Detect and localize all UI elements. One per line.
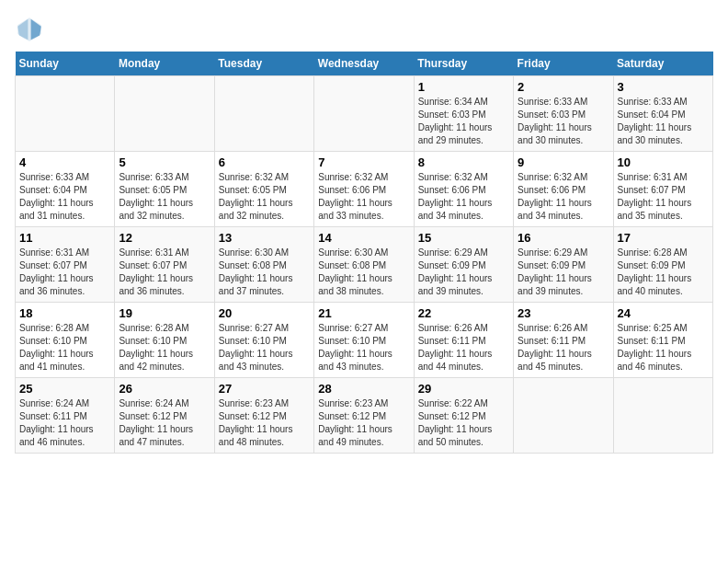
- logo: [15, 15, 48, 44]
- calendar-cell: 11Sunrise: 6:31 AMSunset: 6:07 PMDayligh…: [16, 227, 115, 303]
- day-number: 12: [119, 231, 210, 245]
- day-info: Sunrise: 6:28 AMSunset: 6:10 PMDaylight:…: [119, 322, 210, 373]
- page-header: [15, 15, 713, 44]
- day-number: 22: [418, 306, 509, 320]
- day-info: Sunrise: 6:29 AMSunset: 6:09 PMDaylight:…: [518, 247, 609, 298]
- day-number: 2: [518, 80, 609, 94]
- calendar-cell: 2Sunrise: 6:33 AMSunset: 6:03 PMDaylight…: [514, 76, 613, 152]
- calendar-cell: 1Sunrise: 6:34 AMSunset: 6:03 PMDaylight…: [414, 76, 513, 152]
- day-header-wednesday: Wednesday: [314, 52, 414, 76]
- calendar-cell: 21Sunrise: 6:27 AMSunset: 6:10 PMDayligh…: [314, 303, 414, 378]
- calendar-cell: 27Sunrise: 6:23 AMSunset: 6:12 PMDayligh…: [214, 378, 313, 454]
- day-info: Sunrise: 6:32 AMSunset: 6:05 PMDaylight:…: [219, 171, 310, 223]
- calendar-cell: 10Sunrise: 6:31 AMSunset: 6:07 PMDayligh…: [613, 152, 712, 227]
- day-info: Sunrise: 6:33 AMSunset: 6:04 PMDaylight:…: [618, 96, 709, 147]
- calendar-cell: 26Sunrise: 6:24 AMSunset: 6:12 PMDayligh…: [115, 378, 214, 454]
- day-info: Sunrise: 6:30 AMSunset: 6:08 PMDaylight:…: [219, 247, 310, 298]
- day-info: Sunrise: 6:32 AMSunset: 6:06 PMDaylight:…: [318, 171, 409, 223]
- calendar-cell: 14Sunrise: 6:30 AMSunset: 6:08 PMDayligh…: [314, 227, 414, 303]
- calendar-cell: 19Sunrise: 6:28 AMSunset: 6:10 PMDayligh…: [115, 303, 214, 378]
- day-number: 9: [518, 155, 609, 169]
- calendar-cell: 28Sunrise: 6:23 AMSunset: 6:12 PMDayligh…: [314, 378, 414, 454]
- day-info: Sunrise: 6:24 AMSunset: 6:12 PMDaylight:…: [119, 397, 210, 449]
- day-number: 6: [219, 155, 310, 169]
- calendar-cell: [613, 378, 712, 454]
- day-number: 4: [19, 155, 110, 169]
- day-info: Sunrise: 6:25 AMSunset: 6:11 PMDaylight:…: [618, 322, 709, 373]
- calendar-cell: [214, 76, 313, 152]
- day-number: 15: [418, 231, 509, 245]
- week-row-2: 4Sunrise: 6:33 AMSunset: 6:04 PMDaylight…: [16, 152, 713, 227]
- day-header-friday: Friday: [514, 52, 613, 76]
- calendar-cell: 20Sunrise: 6:27 AMSunset: 6:10 PMDayligh…: [214, 303, 313, 378]
- day-info: Sunrise: 6:24 AMSunset: 6:11 PMDaylight:…: [19, 397, 110, 449]
- day-number: 17: [618, 231, 709, 245]
- calendar-cell: 13Sunrise: 6:30 AMSunset: 6:08 PMDayligh…: [214, 227, 313, 303]
- week-row-3: 11Sunrise: 6:31 AMSunset: 6:07 PMDayligh…: [16, 227, 713, 303]
- day-info: Sunrise: 6:31 AMSunset: 6:07 PMDaylight:…: [119, 247, 210, 298]
- day-header-sunday: Sunday: [16, 52, 115, 76]
- day-number: 20: [219, 306, 310, 320]
- day-info: Sunrise: 6:29 AMSunset: 6:09 PMDaylight:…: [418, 247, 509, 298]
- day-number: 24: [618, 306, 709, 320]
- calendar-cell: 12Sunrise: 6:31 AMSunset: 6:07 PMDayligh…: [115, 227, 214, 303]
- day-number: 3: [618, 80, 709, 94]
- week-row-5: 25Sunrise: 6:24 AMSunset: 6:11 PMDayligh…: [16, 378, 713, 454]
- day-number: 5: [119, 155, 210, 169]
- day-header-tuesday: Tuesday: [214, 52, 313, 76]
- calendar-cell: 24Sunrise: 6:25 AMSunset: 6:11 PMDayligh…: [613, 303, 712, 378]
- day-info: Sunrise: 6:23 AMSunset: 6:12 PMDaylight:…: [318, 397, 409, 449]
- day-header-thursday: Thursday: [414, 52, 513, 76]
- day-header-monday: Monday: [115, 52, 214, 76]
- header-row: SundayMondayTuesdayWednesdayThursdayFrid…: [16, 52, 713, 76]
- calendar-cell: 16Sunrise: 6:29 AMSunset: 6:09 PMDayligh…: [514, 227, 613, 303]
- calendar-cell: [16, 76, 115, 152]
- day-number: 28: [318, 382, 409, 396]
- day-info: Sunrise: 6:32 AMSunset: 6:06 PMDaylight:…: [518, 171, 609, 223]
- calendar-cell: [115, 76, 214, 152]
- day-number: 26: [119, 382, 210, 396]
- calendar-cell: 4Sunrise: 6:33 AMSunset: 6:04 PMDaylight…: [16, 152, 115, 227]
- day-info: Sunrise: 6:28 AMSunset: 6:10 PMDaylight:…: [19, 322, 110, 373]
- day-number: 1: [418, 80, 509, 94]
- calendar-cell: 9Sunrise: 6:32 AMSunset: 6:06 PMDaylight…: [514, 152, 613, 227]
- calendar-cell: 23Sunrise: 6:26 AMSunset: 6:11 PMDayligh…: [514, 303, 613, 378]
- day-info: Sunrise: 6:28 AMSunset: 6:09 PMDaylight:…: [618, 247, 709, 298]
- day-number: 21: [318, 306, 409, 320]
- day-header-saturday: Saturday: [613, 52, 712, 76]
- calendar-cell: 6Sunrise: 6:32 AMSunset: 6:05 PMDaylight…: [214, 152, 313, 227]
- day-number: 13: [219, 231, 310, 245]
- calendar-cell: [514, 378, 613, 454]
- week-row-4: 18Sunrise: 6:28 AMSunset: 6:10 PMDayligh…: [16, 303, 713, 378]
- calendar-cell: 29Sunrise: 6:22 AMSunset: 6:12 PMDayligh…: [414, 378, 513, 454]
- day-info: Sunrise: 6:26 AMSunset: 6:11 PMDaylight:…: [518, 322, 609, 373]
- day-info: Sunrise: 6:32 AMSunset: 6:06 PMDaylight:…: [418, 171, 509, 223]
- day-info: Sunrise: 6:34 AMSunset: 6:03 PMDaylight:…: [418, 96, 509, 147]
- week-row-1: 1Sunrise: 6:34 AMSunset: 6:03 PMDaylight…: [16, 76, 713, 152]
- day-number: 18: [19, 306, 110, 320]
- day-number: 19: [119, 306, 210, 320]
- day-number: 23: [518, 306, 609, 320]
- calendar-cell: 7Sunrise: 6:32 AMSunset: 6:06 PMDaylight…: [314, 152, 414, 227]
- calendar-cell: 17Sunrise: 6:28 AMSunset: 6:09 PMDayligh…: [613, 227, 712, 303]
- logo-icon: [15, 15, 44, 44]
- day-info: Sunrise: 6:27 AMSunset: 6:10 PMDaylight:…: [219, 322, 310, 373]
- day-info: Sunrise: 6:22 AMSunset: 6:12 PMDaylight:…: [418, 397, 509, 449]
- calendar-cell: 8Sunrise: 6:32 AMSunset: 6:06 PMDaylight…: [414, 152, 513, 227]
- calendar-cell: 3Sunrise: 6:33 AMSunset: 6:04 PMDaylight…: [613, 76, 712, 152]
- day-number: 14: [318, 231, 409, 245]
- day-info: Sunrise: 6:23 AMSunset: 6:12 PMDaylight:…: [219, 397, 310, 449]
- day-info: Sunrise: 6:33 AMSunset: 6:05 PMDaylight:…: [119, 171, 210, 223]
- day-number: 11: [19, 231, 110, 245]
- calendar-cell: 25Sunrise: 6:24 AMSunset: 6:11 PMDayligh…: [16, 378, 115, 454]
- day-info: Sunrise: 6:26 AMSunset: 6:11 PMDaylight:…: [418, 322, 509, 373]
- day-number: 8: [418, 155, 509, 169]
- day-number: 29: [418, 382, 509, 396]
- calendar-cell: 5Sunrise: 6:33 AMSunset: 6:05 PMDaylight…: [115, 152, 214, 227]
- day-info: Sunrise: 6:31 AMSunset: 6:07 PMDaylight:…: [19, 247, 110, 298]
- calendar-table: SundayMondayTuesdayWednesdayThursdayFrid…: [15, 52, 713, 454]
- calendar-cell: 18Sunrise: 6:28 AMSunset: 6:10 PMDayligh…: [16, 303, 115, 378]
- calendar-cell: 15Sunrise: 6:29 AMSunset: 6:09 PMDayligh…: [414, 227, 513, 303]
- day-number: 10: [618, 155, 709, 169]
- day-number: 25: [19, 382, 110, 396]
